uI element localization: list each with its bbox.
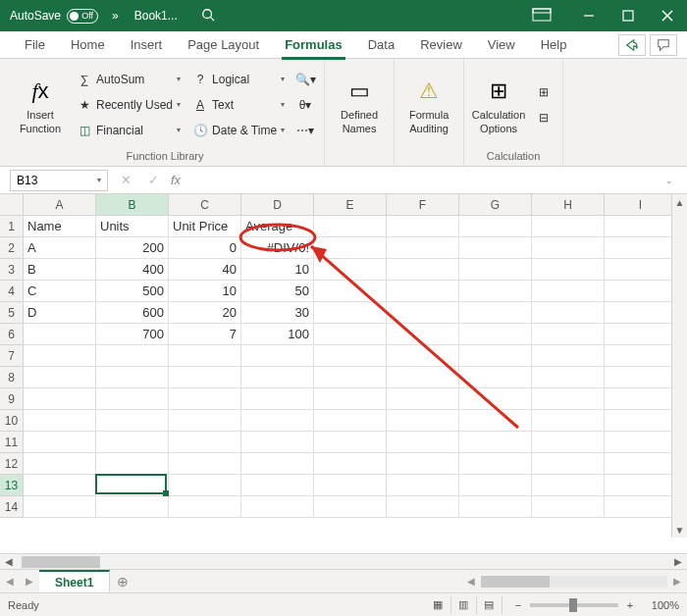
page-break-view-button[interactable]: ▤ [477,596,502,614]
cell-I4[interactable] [605,281,677,302]
cell-F13[interactable] [387,475,459,496]
cell-C8[interactable] [169,367,241,388]
zoom-in-button[interactable]: + [624,599,636,611]
next-sheet-button[interactable]: ▶ [20,576,39,587]
row-header-3[interactable]: 3 [0,259,24,281]
cell-G11[interactable] [459,432,532,453]
lookup-ref-button[interactable]: 🔍▾ [292,67,318,92]
col-header-G[interactable]: G [459,194,532,216]
cell-B2[interactable]: 200 [96,237,169,259]
prev-sheet-button[interactable]: ◀ [0,576,20,587]
cell-G3[interactable] [459,259,532,281]
cell-D2[interactable]: #DIV/0! [241,237,314,259]
hscroll-right-button[interactable]: ▶ [667,576,687,587]
cell-H7[interactable] [532,345,605,367]
cell-F2[interactable] [387,237,459,259]
cell-H1[interactable] [532,216,605,237]
cell-H6[interactable] [532,324,605,345]
cell-D4[interactable]: 50 [241,281,314,302]
cell-G1[interactable] [459,216,532,237]
zoom-slider[interactable] [530,603,618,607]
cell-I1[interactable] [605,216,677,237]
cell-H2[interactable] [532,237,605,259]
cell-I2[interactable] [605,237,677,259]
cell-I11[interactable] [605,432,677,453]
expand-formula-bar-icon[interactable]: ⌄ [665,176,683,185]
cell-E3[interactable] [314,259,387,281]
insert-function-button[interactable]: fx InsertFunction [12,64,69,146]
row-header-7[interactable]: 7 [0,345,24,367]
row-header-13[interactable]: 13 [0,475,24,496]
cell-I6[interactable] [605,324,677,345]
cell-D3[interactable]: 10 [241,259,314,281]
cell-B7[interactable] [96,345,169,367]
cell-E2[interactable] [314,237,387,259]
cell-F6[interactable] [387,324,459,345]
cell-F12[interactable] [387,453,459,475]
row-header-2[interactable]: 2 [0,237,24,259]
ribbon-display-icon[interactable] [532,8,557,24]
cell-E10[interactable] [314,410,387,432]
cell-C6[interactable]: 7 [169,324,241,345]
name-box[interactable]: B13▾ [10,170,108,191]
tab-help[interactable]: Help [528,31,580,59]
cell-C14[interactable] [169,496,241,518]
cell-F14[interactable] [387,496,459,518]
cell-A5[interactable]: D [24,302,96,324]
cell-D5[interactable]: 30 [241,302,314,324]
hscroll-left-button[interactable]: ◀ [461,576,481,587]
col-header-E[interactable]: E [314,194,387,216]
cell-B1[interactable]: Units [96,216,169,237]
cell-I10[interactable] [605,410,677,432]
autosum-button[interactable]: ∑AutoSum▾ [73,67,185,92]
cell-B6[interactable]: 700 [96,324,169,345]
cell-C4[interactable]: 10 [169,281,241,302]
financial-button[interactable]: ◫Financial▾ [73,118,185,143]
cell-H12[interactable] [532,453,605,475]
cell-A7[interactable] [24,345,96,367]
col-header-A[interactable]: A [24,194,96,216]
cell-H8[interactable] [532,367,605,388]
cell-E13[interactable] [314,475,387,496]
cell-D7[interactable] [241,345,314,367]
cell-D1[interactable]: Average [241,216,314,237]
cell-A3[interactable]: B [24,259,96,281]
cell-F9[interactable] [387,388,459,410]
cell-E1[interactable] [314,216,387,237]
cell-F8[interactable] [387,367,459,388]
defined-names-button[interactable]: ▭ DefinedNames [331,64,388,146]
cell-G6[interactable] [459,324,532,345]
cell-H3[interactable] [532,259,605,281]
row-header-10[interactable]: 10 [0,410,24,432]
share-button[interactable] [618,34,646,56]
cell-G12[interactable] [459,453,532,475]
cell-D14[interactable] [241,496,314,518]
cell-B4[interactable]: 500 [96,281,169,302]
cell-B9[interactable] [96,388,169,410]
row-header-6[interactable]: 6 [0,324,24,345]
cell-F4[interactable] [387,281,459,302]
tab-home[interactable]: Home [58,31,118,59]
cell-F11[interactable] [387,432,459,453]
cell-I12[interactable] [605,453,677,475]
cell-I5[interactable] [605,302,677,324]
normal-view-button[interactable]: ▦ [426,596,451,614]
formula-auditing-button[interactable]: ⚠ FormulaAuditing [400,64,457,146]
cell-G5[interactable] [459,302,532,324]
cell-I9[interactable] [605,388,677,410]
cell-B14[interactable] [96,496,169,518]
fx-label[interactable]: fx [171,173,181,187]
sheet-tab[interactable]: Sheet1 [39,570,110,593]
cell-E11[interactable] [314,432,387,453]
cell-G14[interactable] [459,496,532,518]
cell-A12[interactable] [24,453,96,475]
cell-D6[interactable]: 100 [241,324,314,345]
cell-A1[interactable]: Name [24,216,96,237]
col-header-I[interactable]: I [605,194,677,216]
qat-overflow-icon[interactable]: » [112,9,119,23]
cell-H9[interactable] [532,388,605,410]
cell-F1[interactable] [387,216,459,237]
col-header-C[interactable]: C [169,194,241,216]
cell-E14[interactable] [314,496,387,518]
more-functions-button[interactable]: ⋯▾ [292,118,318,143]
